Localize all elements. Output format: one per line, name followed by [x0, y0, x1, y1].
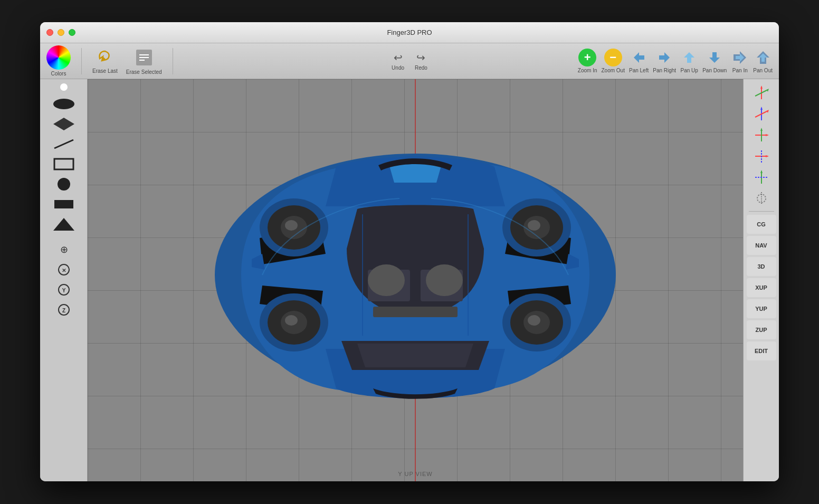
zoom-out-icon: −: [604, 49, 622, 66]
x-axis-icon[interactable]: [747, 83, 776, 102]
view-label: Y UP VIEW: [398, 471, 432, 477]
separator-1: [81, 48, 82, 74]
svg-marker-21: [53, 218, 74, 231]
svg-rect-8: [687, 58, 691, 63]
ellipse-fill-tool[interactable]: [50, 95, 78, 113]
pan-right-button[interactable]: Pan Right: [653, 49, 676, 73]
main-window: Finger3D PRO Colors Erase Last: [40, 22, 779, 481]
pan-in-button[interactable]: Pan In: [731, 49, 749, 73]
zoom-in-button[interactable]: + Zoom In: [578, 49, 597, 73]
z4-axis-icon[interactable]: [747, 189, 776, 208]
yup-button[interactable]: YUP: [747, 299, 776, 318]
xup-button[interactable]: XUP: [747, 278, 776, 297]
zoom-out-label: Zoom Out: [602, 68, 625, 73]
z-axis-icon[interactable]: [747, 126, 776, 145]
right-sep-1: [749, 211, 774, 212]
zup-button[interactable]: ZUP: [747, 320, 776, 339]
svg-marker-60: [760, 107, 763, 110]
zoom-in-icon: +: [578, 49, 596, 66]
square-tool[interactable]: [50, 155, 78, 173]
undo-icon: ↩: [394, 51, 403, 64]
colors-tool[interactable]: Colors: [46, 45, 71, 77]
pan-out-icon: [754, 49, 772, 66]
title-bar: Finger3D PRO: [40, 22, 779, 43]
erase-selected-label: Erase Selected: [126, 69, 162, 75]
rotate-x-tool[interactable]: ✕: [50, 261, 78, 279]
traffic-lights: [46, 29, 75, 36]
pan-down-button[interactable]: Pan Down: [702, 49, 727, 73]
svg-marker-6: [659, 52, 670, 63]
diamond-tool[interactable]: [50, 115, 78, 133]
svg-marker-9: [709, 58, 720, 63]
z3-axis-icon[interactable]: [747, 168, 776, 187]
svg-rect-32: [373, 307, 458, 317]
svg-point-38: [285, 220, 298, 231]
svg-marker-71: [760, 170, 763, 173]
svg-rect-10: [712, 52, 717, 58]
svg-text:Z: Z: [62, 308, 65, 313]
line-tool[interactable]: [50, 135, 78, 153]
svg-point-46: [285, 315, 298, 326]
redo-icon: ↪: [416, 51, 425, 64]
pan-left-icon: [630, 49, 648, 66]
pan-out-label: Pan Out: [753, 68, 773, 73]
svg-marker-7: [684, 52, 694, 58]
svg-text:✕: ✕: [62, 268, 66, 273]
close-button[interactable]: [46, 29, 53, 36]
car-model: [178, 122, 653, 439]
svg-marker-56: [760, 85, 763, 89]
svg-point-50: [528, 315, 540, 326]
app-title: Finger3D PRO: [387, 28, 432, 36]
rect-fill-tool[interactable]: [50, 195, 78, 213]
pan-right-icon: [655, 49, 673, 66]
svg-point-34: [426, 264, 463, 296]
pan-left-button[interactable]: Pan Left: [629, 49, 649, 73]
redo-button[interactable]: ↪ Redo: [415, 51, 427, 71]
z2-axis-icon[interactable]: [747, 147, 776, 166]
svg-marker-64: [766, 134, 769, 136]
3d-button[interactable]: 3D: [747, 257, 776, 276]
svg-point-19: [58, 178, 70, 191]
redo-label: Redo: [415, 65, 427, 71]
pan-down-label: Pan Down: [702, 68, 727, 73]
white-dot-tool[interactable]: [60, 83, 68, 91]
pan-left-label: Pan Left: [629, 68, 649, 73]
maximize-button[interactable]: [69, 29, 75, 36]
pan-up-button[interactable]: Pan Up: [680, 49, 698, 73]
rotate-y-tool[interactable]: Y: [50, 281, 78, 299]
pan-in-icon: [731, 49, 749, 66]
cg-button[interactable]: CG: [747, 215, 776, 234]
pan-down-icon: [706, 49, 723, 66]
svg-rect-20: [54, 200, 73, 208]
svg-text:⊕: ⊕: [60, 244, 68, 255]
erase-selected-tool[interactable]: Erase Selected: [126, 47, 162, 75]
nav-button[interactable]: NAV: [747, 236, 776, 255]
erase-last-tool[interactable]: Erase Last: [92, 48, 118, 74]
svg-point-42: [528, 220, 540, 231]
undo-label: Undo: [392, 65, 404, 71]
rotate-z-tool[interactable]: Z: [50, 301, 78, 319]
canvas-area[interactable]: Y UP VIEW: [88, 79, 743, 481]
svg-point-33: [368, 264, 405, 296]
svg-text:Y: Y: [62, 288, 65, 293]
svg-point-15: [53, 99, 74, 109]
pan-out-button[interactable]: Pan Out: [753, 49, 773, 73]
move-tool[interactable]: ⊕: [50, 241, 78, 259]
minimize-button[interactable]: [58, 29, 64, 36]
svg-marker-68: [766, 155, 769, 157]
left-toolbar: ⊕ ✕ Y Z: [40, 79, 88, 481]
undo-button[interactable]: ↩ Undo: [392, 51, 404, 71]
zoom-out-button[interactable]: − Zoom Out: [602, 49, 625, 73]
triangle-tool[interactable]: [50, 215, 78, 233]
main-area: ⊕ ✕ Y Z: [40, 79, 779, 481]
svg-marker-57: [767, 89, 769, 92]
colors-icon: [46, 45, 71, 70]
erase-selected-icon: [134, 47, 155, 68]
svg-marker-5: [634, 52, 644, 63]
svg-line-17: [54, 140, 73, 148]
svg-marker-65: [760, 128, 763, 131]
undo-redo-group: ↩ Undo ↪ Redo: [392, 51, 427, 71]
edit-button[interactable]: EDIT: [747, 341, 776, 360]
y-axis-icon[interactable]: [747, 104, 776, 123]
circle-fill-tool[interactable]: [50, 175, 78, 193]
